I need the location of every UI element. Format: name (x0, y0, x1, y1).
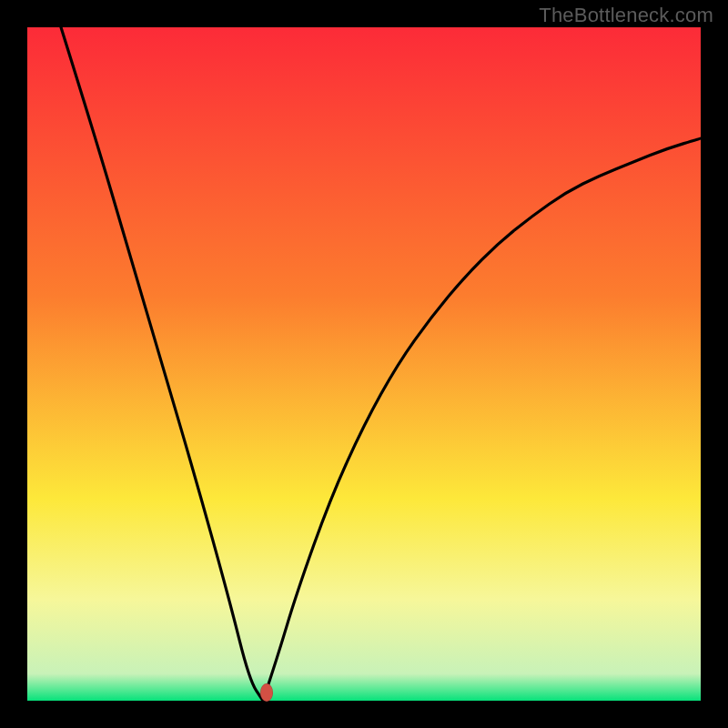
plot-svg (27, 27, 701, 701)
optimum-marker-icon (260, 683, 273, 702)
watermark-text: TheBottleneck.com (539, 4, 713, 27)
gradient-background (27, 27, 701, 701)
plot-area (27, 27, 701, 701)
chart-frame: TheBottleneck.com (0, 0, 728, 728)
